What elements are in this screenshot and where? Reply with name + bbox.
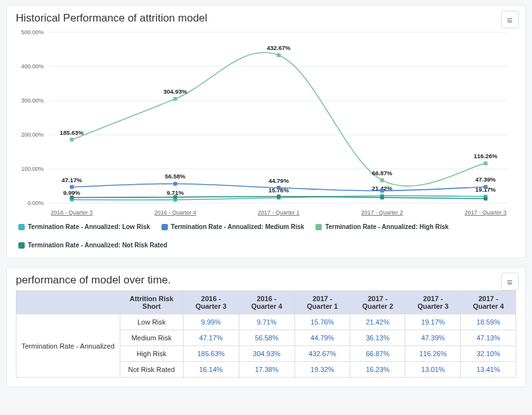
x-tick-label[interactable]: 2017 - Quarter 1 [258,209,300,216]
data-point[interactable] [484,161,488,165]
data-point[interactable] [70,185,73,189]
x-tick-label[interactable]: 2017 - Quarter 3 [465,209,507,216]
table-menu-button[interactable]: ≡ [501,273,519,290]
table-cell[interactable]: 17.38% [239,362,294,378]
table-row: Termination Rate - AnnualizedLow Risk9.9… [16,314,516,330]
legend-swatch [18,242,25,249]
table-header: 2017 - Quarter 2 [350,291,405,314]
data-point[interactable] [174,97,177,101]
table-title: performance of model over time. [16,274,516,287]
data-label: 185.63% [60,129,84,136]
data-point[interactable] [70,138,73,142]
x-tick-label[interactable]: 2017 - Quarter 2 [361,209,403,216]
data-label: 9.71% [167,189,184,196]
legend-swatch [315,224,322,230]
table-cell[interactable]: 66.87% [350,346,405,362]
y-tick-label: 400.00% [21,63,44,70]
table-cell[interactable]: 47.13% [461,330,516,346]
y-tick-label: 0.00% [27,200,44,206]
table-header: 2017 - Quarter 3 [405,291,461,314]
table-cell[interactable]: 19.32% [294,362,350,378]
data-label: 432.67% [267,44,291,51]
legend-item[interactable]: Termination Rate - Annualized: Not Risk … [18,242,167,249]
line-chart: 0.00%100.00%200.00%300.00%400.00%500.00%… [16,28,516,218]
table-cell[interactable]: 56.58% [239,330,294,346]
table-cell[interactable]: 21.42% [350,314,405,330]
data-point[interactable] [484,185,488,189]
data-label: 304.93% [163,88,187,95]
table-cell[interactable]: 16.14% [183,362,239,378]
data-point[interactable] [277,186,281,190]
table-header: 2016 - Quarter 3 [183,291,239,314]
y-tick-label: 100.00% [21,166,44,172]
data-point[interactable] [277,195,281,199]
hamburger-icon: ≡ [507,276,513,287]
data-label: 47.39% [476,176,497,183]
data-label: 9.99% [63,189,80,196]
legend-label: Termination Rate - Annualized: Low Risk [28,223,150,230]
data-label: 56.58% [165,173,186,180]
series-line [72,53,485,186]
table-cell[interactable]: 47.17% [183,330,239,346]
table-header: 2017 - Quarter 4 [461,291,516,314]
data-label: 47.17% [61,177,82,183]
performance-table: Attrition Risk Short2016 - Quarter 32016… [16,290,516,378]
row-label: Low Risk [120,314,183,330]
table-header: Attrition Risk Short [120,291,183,314]
data-point[interactable] [174,195,177,199]
legend-swatch [162,224,168,230]
chart-legend: Termination Rate - Annualized: Low RiskT… [16,223,516,249]
hamburger-icon: ≡ [507,15,513,25]
table-cell[interactable]: 185.63% [183,346,239,362]
table-cell[interactable]: 36.13% [350,330,405,346]
table-cell[interactable]: 15.76% [294,314,350,330]
table-cell[interactable]: 116.26% [405,346,461,362]
table-header-blank [16,291,120,314]
data-point[interactable] [174,182,177,185]
data-point[interactable] [484,197,488,201]
table-cell[interactable]: 16.23% [350,362,405,378]
legend-item[interactable]: Termination Rate - Annualized: Low Risk [18,223,150,230]
legend-label: Termination Rate - Annualized: High Risk [325,223,448,230]
table-header: 2016 - Quarter 4 [239,291,294,314]
table-cell[interactable]: 13.01% [405,362,461,378]
table-header: 2017 - Quarter 1 [294,291,350,314]
y-tick-label: 300.00% [21,97,44,104]
y-tick-label: 200.00% [21,132,44,138]
legend-item[interactable]: Termination Rate - Annualized: High Risk [315,223,448,230]
y-tick-label: 500.00% [21,29,44,35]
table-cell[interactable]: 13.41% [461,362,516,378]
row-label: High Risk [120,346,183,362]
table-cell[interactable]: 44.79% [294,330,350,346]
table-cell[interactable]: 9.99% [183,314,239,330]
table-cell[interactable]: 9.71% [239,314,294,330]
table-cell[interactable]: 47.39% [405,330,461,346]
table-cell[interactable]: 432.67% [294,346,350,362]
table-card: ≡ performance of model over time. Attrit… [6,267,526,387]
chart-card: ≡ Historical Performance of attrition mo… [6,5,526,258]
data-point[interactable] [380,178,384,182]
data-label: 44.79% [269,177,289,184]
row-group-label: Termination Rate - Annualized [16,314,120,378]
table-cell[interactable]: 32.10% [461,346,516,362]
data-label: 116.26% [474,152,498,159]
data-point[interactable] [70,195,73,199]
legend-item[interactable]: Termination Rate - Annualized: Medium Ri… [162,223,305,230]
x-tick-label[interactable]: 2016 - Quarter 3 [51,209,92,216]
x-tick-label[interactable]: 2016 - Quarter 4 [155,209,196,216]
legend-swatch [18,224,25,230]
data-point[interactable] [380,189,384,192]
data-point[interactable] [380,195,384,199]
row-label: Medium Risk [120,330,183,346]
row-label: Not Risk Rated [120,362,183,378]
table-cell[interactable]: 18.59% [461,314,516,330]
chart-menu-button[interactable]: ≡ [501,11,519,28]
legend-label: Termination Rate - Annualized: Medium Ri… [171,223,305,230]
table-cell[interactable]: 19.17% [405,314,461,330]
data-label: 66.87% [372,170,393,177]
table-cell[interactable]: 304.93% [239,346,294,362]
chart-title: Historical Performance of attrition mode… [16,12,516,25]
legend-label: Termination Rate - Annualized: Not Risk … [28,242,167,249]
data-point[interactable] [277,53,281,57]
